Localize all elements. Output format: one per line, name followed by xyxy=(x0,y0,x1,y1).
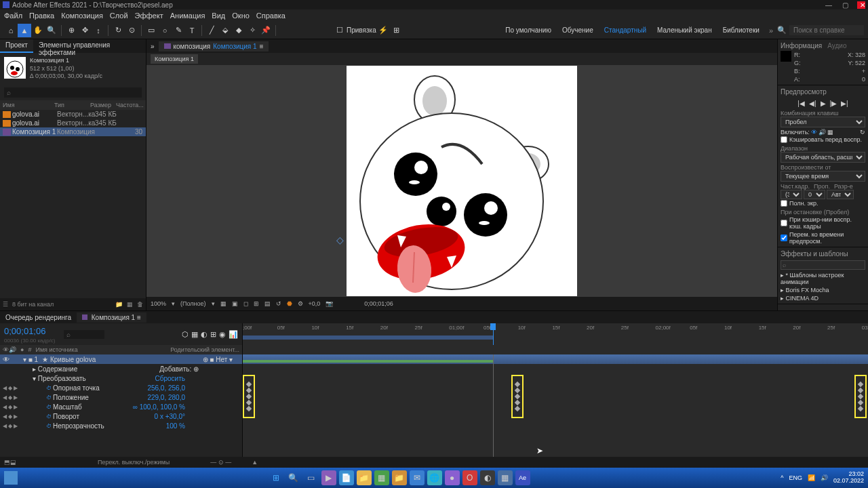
menu-view[interactable]: Вид xyxy=(212,12,225,20)
ellipse-tool[interactable]: ○ xyxy=(158,24,172,37)
fps-select[interactable]: (30) xyxy=(781,190,802,199)
col-name[interactable]: Имя xyxy=(3,102,54,108)
transform-row[interactable]: ▾ Преобразовать Сбросить xyxy=(0,373,242,383)
workspace-default[interactable]: По умолчанию xyxy=(500,26,557,34)
time-ruler[interactable]: ;00f 05f 10f 15f 20f 25f 01;00f 05f 10f … xyxy=(243,323,868,345)
clock[interactable]: 23:02 02.07.2022 xyxy=(833,471,864,485)
eraser-tool[interactable]: ◆ xyxy=(232,24,245,37)
footer-toggle-label[interactable]: Перекл. выключ./режимы xyxy=(98,459,170,466)
taskbar-app[interactable]: 📁 xyxy=(392,470,407,485)
effect-controls-tab[interactable]: Элементы управления эффектами xyxy=(33,39,146,53)
render-queue-tab[interactable]: Очередь рендеринга xyxy=(0,312,77,323)
res-select[interactable]: Авто xyxy=(827,190,854,199)
edge-icon[interactable]: 🌐 xyxy=(427,470,442,485)
toggle-switches-icon[interactable]: ⬒ xyxy=(4,459,10,466)
keyframe-group[interactable] xyxy=(511,375,524,418)
menu-animation[interactable]: Анимация xyxy=(170,12,205,20)
menu-effect[interactable]: Эффект xyxy=(135,12,163,20)
project-item[interactable]: golova.ai Векторн...ка 345 КБ xyxy=(0,110,146,119)
task-view-button[interactable]: ▭ xyxy=(304,470,319,485)
exposure-value[interactable]: +0,0 xyxy=(309,300,321,307)
timeline-tracks[interactable]: ➤ xyxy=(243,354,868,457)
bpc-toggle[interactable]: 8 бит на канал xyxy=(12,301,54,308)
text-tool[interactable]: T xyxy=(185,24,199,37)
workspace-libraries[interactable]: Библиотеки xyxy=(717,26,765,34)
new-folder-icon[interactable]: 📁 xyxy=(115,301,123,308)
timeline-search-input[interactable] xyxy=(64,330,104,339)
rotation-tool[interactable]: ↻ xyxy=(111,24,125,37)
effects-item[interactable]: ▸ CINEMA 4D xyxy=(781,294,865,302)
volume-icon[interactable]: 🔊 xyxy=(821,474,828,481)
taskbar-app[interactable]: ▶ xyxy=(321,470,336,485)
graph-editor-icon[interactable]: 📊 xyxy=(229,330,238,339)
shy-icon[interactable]: ◐ xyxy=(201,330,208,339)
audio-panel-tab[interactable]: Аудио xyxy=(827,41,846,51)
skip-select[interactable]: 0 xyxy=(804,190,825,199)
shortcut-select[interactable]: Пробел xyxy=(781,117,865,127)
start-button[interactable]: ⊞ xyxy=(269,470,283,485)
comp-flowchart-icon[interactable]: ⬡ xyxy=(182,330,189,339)
viewer-tab[interactable]: Композиция 1 xyxy=(151,54,198,64)
menu-help[interactable]: Справка xyxy=(256,12,285,20)
current-time[interactable]: 0;00;01;06 xyxy=(0,325,60,338)
viewer-timecode[interactable]: 0;00;01;06 xyxy=(364,300,393,307)
opera-icon[interactable]: O xyxy=(462,470,477,485)
snap-checkbox[interactable]: ☐ xyxy=(333,24,347,37)
workspace-standard[interactable]: Стандартный xyxy=(599,26,652,34)
minimize-button[interactable]: — xyxy=(825,1,833,9)
calculator-icon[interactable]: ▦ xyxy=(498,470,513,485)
cache-stop-checkbox[interactable] xyxy=(781,220,787,226)
maximize-button[interactable]: ▢ xyxy=(841,1,849,9)
language-indicator[interactable]: ENG xyxy=(789,474,802,481)
zoom-tool[interactable]: 🔍 xyxy=(45,24,58,37)
exposure-gear-icon[interactable]: ⚙ xyxy=(298,300,303,307)
effects-item[interactable]: ▸ Boris FX Mocha xyxy=(781,286,865,294)
after-effects-icon[interactable]: Ae xyxy=(515,470,530,485)
grid-icon[interactable]: ⊞ xyxy=(254,300,259,307)
first-frame-button[interactable]: |◀ xyxy=(797,100,805,107)
brush-tool[interactable]: ╱ xyxy=(205,24,218,37)
toggle-modes-icon[interactable]: ⬓ xyxy=(10,459,16,466)
mail-icon[interactable]: ✉ xyxy=(410,470,425,485)
include-video-icon[interactable]: 👁 xyxy=(811,129,817,136)
transparency-grid-icon[interactable]: ▦ xyxy=(220,300,226,307)
taskbar-app[interactable]: 📄 xyxy=(339,470,354,485)
rotation-row[interactable]: ◀ ◆ ▶ ⏱ Поворот 0 x +30,0° xyxy=(0,411,242,421)
position-row[interactable]: ◀ ◆ ▶ ⏱ Положение 229,0, 280,0 xyxy=(0,392,242,402)
color-mgmt-icon[interactable]: ⬣ xyxy=(287,300,292,307)
taskbar-app[interactable]: ▦ xyxy=(374,470,389,485)
snap-grid[interactable]: ⊞ xyxy=(390,24,403,37)
prev-frame-button[interactable]: ◀| xyxy=(809,100,816,107)
pen-tool[interactable]: ✎ xyxy=(172,24,185,37)
range-select[interactable]: Рабочая область, расширенная... xyxy=(781,152,865,163)
anchor-tool[interactable]: ⊙ xyxy=(125,24,138,37)
scale-row[interactable]: ◀ ◆ ▶ ⏱ Масштаб ∞ 100,0, 100,0 % xyxy=(0,402,242,411)
include-overlay-icon[interactable]: ▦ xyxy=(827,129,833,136)
puppet-tool[interactable]: 📌 xyxy=(259,24,273,37)
play-from-select[interactable]: Текущее время xyxy=(781,171,865,182)
wifi-icon[interactable]: 📶 xyxy=(808,474,815,481)
pan-tool[interactable]: ✥ xyxy=(78,24,92,37)
keyframe-group[interactable] xyxy=(854,375,867,418)
home-tool[interactable]: ⌂ xyxy=(4,24,18,37)
widgets-button[interactable] xyxy=(4,471,18,485)
last-frame-button[interactable]: ▶| xyxy=(841,100,848,107)
fullscreen-checkbox[interactable] xyxy=(781,200,787,207)
clone-tool[interactable]: ⬙ xyxy=(218,24,232,37)
reset-exposure-icon[interactable]: ↺ xyxy=(276,300,281,307)
project-item[interactable]: Композиция 1 Композиция 30 xyxy=(0,127,146,136)
orbit-tool[interactable]: ⊕ xyxy=(64,24,78,37)
mask-icon[interactable]: ▣ xyxy=(232,300,238,307)
zoom-dropdown[interactable]: 100% xyxy=(151,300,166,307)
explorer-icon[interactable]: 📁 xyxy=(357,470,372,485)
menu-window[interactable]: Окно xyxy=(232,12,250,20)
search-button[interactable]: 🔍 xyxy=(286,470,301,485)
effects-search-input[interactable] xyxy=(781,260,865,270)
anchor-point-row[interactable]: ◀ ◆ ▶ ⏱ Опорная точка 256,0, 256,0 xyxy=(0,383,242,392)
taskbar-app[interactable]: ● xyxy=(445,470,460,485)
frame-blend-icon[interactable]: ⊞ xyxy=(210,330,216,339)
col-size[interactable]: Размер xyxy=(90,102,116,108)
delete-icon[interactable]: 🗑 xyxy=(137,301,143,308)
menu-layer[interactable]: Слой xyxy=(110,12,128,20)
play-button[interactable]: ▶ xyxy=(821,100,826,107)
